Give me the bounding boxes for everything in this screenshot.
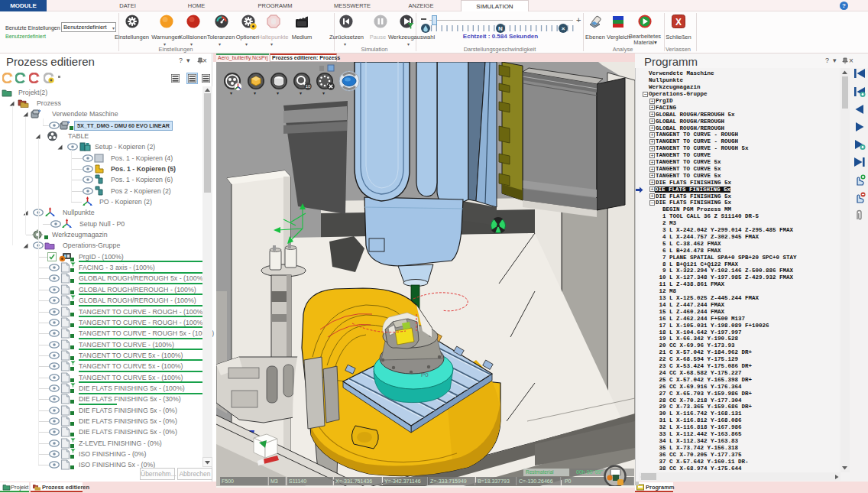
- svg-text:N: N: [498, 25, 503, 32]
- svg-text:X: X: [675, 17, 682, 28]
- svg-text:×: ×: [562, 25, 565, 32]
- svg-text:10: 10: [306, 84, 311, 89]
